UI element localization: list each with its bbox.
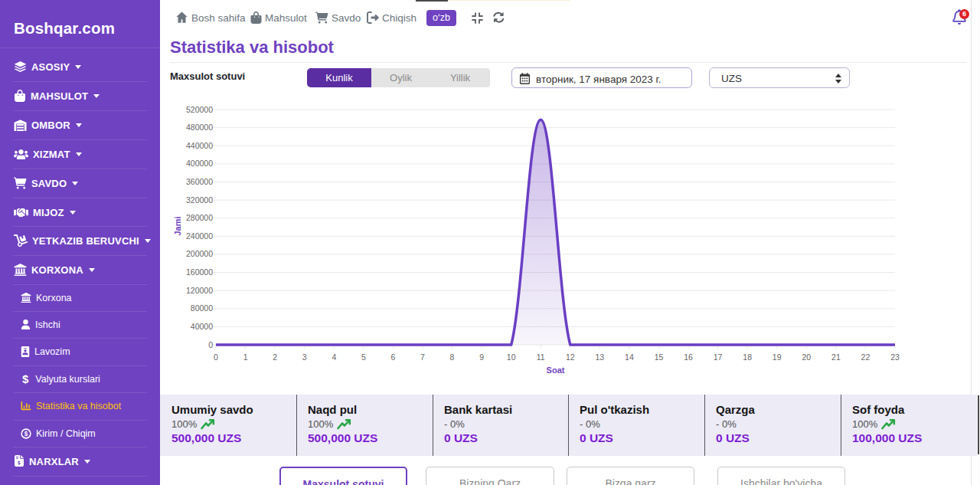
- svg-text:20: 20: [802, 352, 811, 362]
- svg-text:4: 4: [332, 352, 336, 362]
- svg-text:5: 5: [361, 352, 366, 362]
- svg-text:17: 17: [714, 352, 723, 362]
- svg-text:3: 3: [302, 352, 307, 362]
- svg-text:Soat: Soat: [547, 365, 565, 375]
- svg-text:21: 21: [831, 352, 841, 362]
- svg-text:440000: 440000: [186, 141, 213, 150]
- svg-text:18: 18: [743, 352, 752, 362]
- svg-text:6: 6: [390, 352, 395, 362]
- svg-text:520000: 520000: [186, 105, 213, 114]
- svg-text:80000: 80000: [191, 303, 213, 313]
- svg-text:14: 14: [625, 352, 634, 362]
- svg-text:16: 16: [684, 352, 693, 362]
- svg-text:280000: 280000: [186, 213, 213, 222]
- svg-text:Jami: Jami: [173, 216, 182, 235]
- svg-text:23: 23: [890, 352, 900, 362]
- svg-text:9: 9: [479, 352, 484, 362]
- svg-text:7: 7: [420, 352, 425, 362]
- svg-text:11: 11: [537, 352, 545, 362]
- svg-text:360000: 360000: [186, 177, 213, 186]
- svg-text:13: 13: [595, 352, 604, 362]
- svg-text:0: 0: [208, 340, 213, 349]
- svg-text:160000: 160000: [186, 267, 213, 277]
- svg-text:240000: 240000: [186, 231, 213, 241]
- svg-text:15: 15: [655, 352, 664, 362]
- svg-text:1: 1: [243, 352, 248, 362]
- svg-text:22: 22: [861, 352, 871, 362]
- svg-text:8: 8: [450, 352, 455, 362]
- svg-text:12: 12: [566, 352, 575, 362]
- svg-text:320000: 320000: [186, 195, 213, 205]
- svg-text:40000: 40000: [191, 322, 213, 331]
- svg-text:200000: 200000: [186, 249, 213, 258]
- svg-text:2: 2: [273, 352, 277, 362]
- svg-text:400000: 400000: [186, 159, 213, 168]
- svg-text:480000: 480000: [186, 123, 213, 132]
- svg-text:$: $: [24, 429, 28, 437]
- svg-text:19: 19: [773, 352, 782, 362]
- svg-text:120000: 120000: [186, 286, 213, 295]
- svg-text:10: 10: [507, 352, 516, 362]
- svg-text:0: 0: [214, 352, 218, 362]
